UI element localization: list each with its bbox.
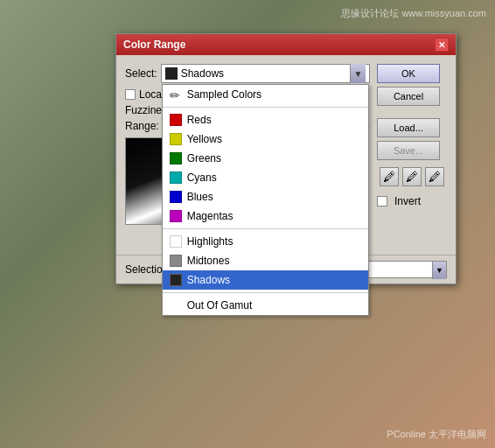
select-color-swatch xyxy=(165,67,178,80)
eyedropper-tools: 🖉 🖉 🖉 xyxy=(377,167,447,186)
cyans-swatch xyxy=(170,172,182,184)
dropdown-item-yellows[interactable]: Yellows xyxy=(163,130,368,149)
dropdown-item-greens[interactable]: Greens xyxy=(163,149,368,168)
invert-checkbox[interactable] xyxy=(377,196,387,206)
dropdown-item-greens-label: Greens xyxy=(187,152,221,164)
dropdown-item-sampled-label: Sampled Colors xyxy=(187,88,261,101)
divider-1 xyxy=(163,107,368,108)
dropdown-item-shadows-label: Shadows xyxy=(187,274,230,286)
magentas-swatch xyxy=(170,210,182,222)
dropdown-item-blues[interactable]: Blues xyxy=(163,187,368,206)
divider-3 xyxy=(163,292,368,293)
dropdown-item-reds[interactable]: Reds xyxy=(163,110,368,130)
eyedropper-icon: ✏ xyxy=(170,88,182,101)
blues-swatch xyxy=(170,191,182,203)
midtones-swatch xyxy=(170,255,182,267)
dropdown-item-highlights[interactable]: Highlights xyxy=(163,232,368,251)
button-gap-1 xyxy=(377,109,447,115)
highlights-swatch xyxy=(170,235,182,248)
close-button[interactable]: ✕ xyxy=(435,38,449,52)
dropdown-item-magentas[interactable]: Magentas xyxy=(163,206,368,226)
dialog-titlebar: Color Range ✕ xyxy=(116,34,456,55)
dropdown-item-cyans[interactable]: Cyans xyxy=(163,168,368,187)
selection-preview-arrow-icon[interactable]: ▼ xyxy=(432,262,446,279)
select-value: Shadows xyxy=(181,67,350,80)
cancel-button[interactable]: Cancel xyxy=(377,87,440,106)
invert-label: Invert xyxy=(394,195,421,207)
select-dropdown[interactable]: Shadows ▼ ✏ Sampled Colors Reds xyxy=(161,64,370,83)
dropdown-item-midtones-label: Midtones xyxy=(187,255,230,267)
watermark-bottom: PConline 太平洋电脑网 xyxy=(387,428,486,441)
remove-eyedropper-button[interactable]: 🖉 xyxy=(425,167,444,186)
reds-swatch xyxy=(170,114,182,126)
dropdown-item-shadows[interactable]: Shadows xyxy=(163,270,368,290)
select-row: Select: Shadows ▼ ✏ Sampled Colors xyxy=(125,64,370,83)
invert-row: Invert xyxy=(377,195,447,207)
watermark-top: 思缘设计论坛 www.missyuan.com xyxy=(341,7,486,20)
dropdown-item-highlights-label: Highlights xyxy=(187,235,234,248)
greens-swatch xyxy=(170,152,182,164)
dropdown-item-yellows-label: Yellows xyxy=(187,133,222,145)
dialog-right: OK Cancel Load... Save... 🖉 🖉 🖉 Invert xyxy=(377,64,447,246)
dialog-left: Select: Shadows ▼ ✏ Sampled Colors xyxy=(125,64,370,246)
dropdown-item-magentas-label: Magentas xyxy=(187,210,234,222)
save-button[interactable]: Save... xyxy=(377,141,440,160)
dropdown-item-cyans-label: Cyans xyxy=(187,172,217,184)
dropdown-item-midtones[interactable]: Midtones xyxy=(163,251,368,270)
dialog-title: Color Range xyxy=(123,38,185,51)
sample-eyedropper-button[interactable]: 🖉 xyxy=(380,167,399,186)
ok-button[interactable]: OK xyxy=(377,64,440,83)
dropdown-item-sampled[interactable]: ✏ Sampled Colors xyxy=(163,85,368,104)
shadows-swatch xyxy=(170,274,182,286)
out-of-gamut-swatch xyxy=(170,299,182,312)
yellows-swatch xyxy=(170,133,182,145)
divider-2 xyxy=(163,228,368,229)
select-dropdown-list[interactable]: ✏ Sampled Colors Reds Yellows xyxy=(162,84,369,316)
range-label: Range: xyxy=(125,120,159,132)
select-label: Select: xyxy=(125,67,157,80)
dropdown-item-blues-label: Blues xyxy=(187,191,213,203)
dialog-body: Select: Shadows ▼ ✏ Sampled Colors xyxy=(116,55,456,255)
load-button[interactable]: Load... xyxy=(377,118,440,137)
localize-checkbox[interactable] xyxy=(125,89,136,100)
dropdown-item-reds-label: Reds xyxy=(187,114,212,126)
select-arrow-icon[interactable]: ▼ xyxy=(350,64,366,83)
add-eyedropper-button[interactable]: 🖉 xyxy=(402,167,422,186)
dropdown-item-out-of-gamut-label: Out Of Gamut xyxy=(187,299,253,312)
color-range-dialog: Color Range ✕ Select: Shadows ▼ ✏ S xyxy=(115,33,457,284)
dropdown-item-out-of-gamut[interactable]: Out Of Gamut xyxy=(163,296,368,315)
